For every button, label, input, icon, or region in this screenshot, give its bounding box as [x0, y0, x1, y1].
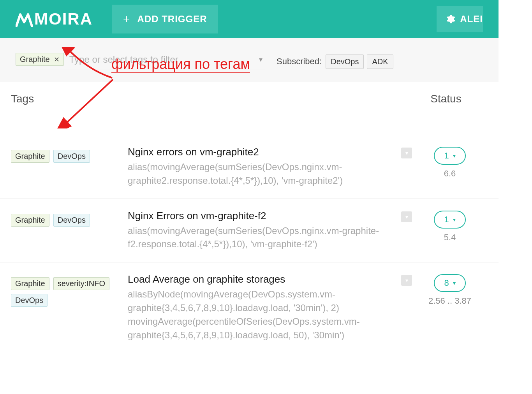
collapse-icon[interactable]: ▾ [401, 148, 412, 158]
status-count: 8 [444, 278, 449, 288]
column-headings: Tags фильтрация по тегам Status [0, 82, 499, 109]
trigger-cell: Load Average on graphite storagesaliasBy… [128, 273, 401, 342]
alert-button[interactable]: ALEI [437, 6, 483, 32]
chevron-down-icon: ▾ [453, 153, 456, 159]
status-pill[interactable]: 1▾ [434, 211, 465, 229]
subscribed-label: Subscribed: [277, 56, 322, 67]
status-count: 1 [444, 215, 449, 225]
tag-chip[interactable]: Graphite [11, 277, 49, 290]
annotation-text: фильтрация по тегам [111, 56, 250, 73]
alert-label: ALEI [460, 14, 483, 25]
status-pill[interactable]: 1▾ [434, 147, 465, 165]
trigger-row[interactable]: GraphiteDevOpsNginx errors on vm-graphit… [0, 135, 499, 199]
tag-chip[interactable]: severity:INFO [53, 277, 109, 290]
tag-chip[interactable]: DevOps [53, 150, 90, 163]
trigger-expression: alias(movingAverage(sumSeries(DevOps.ngi… [128, 160, 397, 188]
chevron-down-icon: ▾ [453, 216, 456, 223]
logo-text: MOIRA [34, 10, 93, 28]
trigger-cell: Nginx Errors on vm-graphite-f2alias(movi… [128, 210, 401, 252]
app-header: MOIRA + ADD TRIGGER ALEI [0, 0, 499, 38]
row-tags: Graphiteseverity:INFODevOps [11, 273, 128, 307]
tag-chip[interactable]: Graphite [11, 150, 49, 163]
tag-chip[interactable]: Graphite [11, 214, 49, 227]
trigger-title[interactable]: Nginx Errors on vm-graphite-f2 [128, 210, 397, 222]
trigger-title[interactable]: Nginx errors on vm-graphite2 [128, 146, 397, 158]
column-heading-status: Status [409, 93, 483, 105]
trigger-row[interactable]: GraphiteDevOpsNginx Errors on vm-graphit… [0, 199, 499, 263]
row-tags: GraphiteDevOps [11, 210, 128, 227]
status-cell: 8▾2.56 .. 3.87 [417, 273, 483, 306]
status-cell: 1▾5.4 [417, 210, 483, 243]
row-action: ▾ [401, 273, 417, 286]
status-cell: 1▾6.6 [417, 146, 483, 179]
close-icon[interactable]: ✕ [54, 55, 60, 64]
status-value: 5.4 [444, 232, 456, 243]
annotation-arrow-up [62, 47, 116, 82]
trigger-title[interactable]: Load Average on graphite storages [128, 273, 397, 285]
plus-icon: + [123, 12, 130, 26]
status-value: 2.56 .. 3.87 [428, 296, 471, 306]
status-pill[interactable]: 8▾ [434, 274, 465, 292]
row-action: ▾ [401, 146, 417, 158]
filter-tag-label: Graphite [20, 55, 50, 64]
trigger-list: GraphiteDevOpsNginx errors on vm-graphit… [0, 135, 499, 353]
filter-tag-chip[interactable]: Graphite ✕ [16, 53, 64, 66]
annotation-arrow-down [55, 78, 117, 128]
collapse-icon[interactable]: ▾ [401, 275, 412, 286]
tag-chip[interactable]: DevOps [11, 294, 48, 307]
trigger-cell: Nginx errors on vm-graphite2alias(moving… [128, 146, 401, 188]
status-value: 6.6 [444, 169, 456, 179]
trigger-expression: alias(movingAverage(sumSeries(DevOps.ngi… [128, 224, 397, 252]
add-trigger-button[interactable]: + ADD TRIGGER [112, 5, 218, 33]
trigger-expression: aliasByNode(movingAverage(DevOps.system.… [128, 288, 397, 342]
trigger-row[interactable]: Graphiteseverity:INFODevOpsLoad Average … [0, 262, 499, 353]
collapse-icon[interactable]: ▾ [401, 211, 412, 222]
subscribed-tag-devops[interactable]: DevOps [326, 55, 364, 69]
logo-icon [16, 11, 33, 27]
add-trigger-label: ADD TRIGGER [137, 14, 207, 25]
logo[interactable]: MOIRA [16, 10, 93, 28]
chevron-down-icon[interactable]: ▾ [259, 55, 262, 64]
subscribed-tag-adk[interactable]: ADK [367, 55, 393, 69]
row-action: ▾ [401, 210, 417, 222]
chevron-down-icon: ▾ [453, 280, 456, 286]
row-tags: GraphiteDevOps [11, 146, 128, 163]
status-count: 1 [444, 151, 449, 161]
gear-icon [444, 14, 455, 25]
tag-chip[interactable]: DevOps [53, 214, 90, 227]
